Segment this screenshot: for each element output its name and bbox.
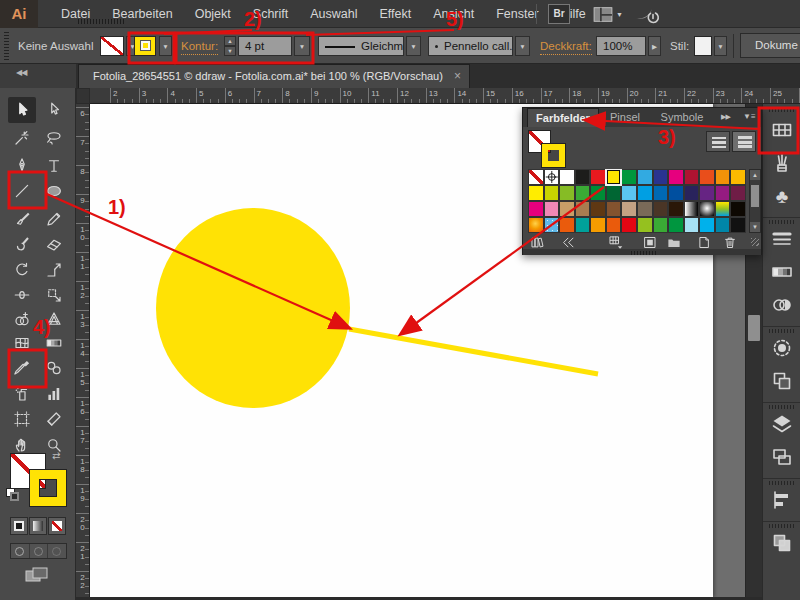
list-view-button[interactable] xyxy=(706,131,730,152)
swatch[interactable] xyxy=(590,201,606,217)
swatch[interactable] xyxy=(684,169,700,185)
grid-view-button[interactable] xyxy=(732,131,756,152)
swatch[interactable] xyxy=(590,217,606,233)
swatch[interactable] xyxy=(668,185,684,201)
color-themes-icon[interactable] xyxy=(559,235,577,250)
perspective-grid-tool[interactable] xyxy=(40,306,68,332)
type-tool[interactable] xyxy=(40,153,68,179)
dock-icon-graphic-styles-panel[interactable] xyxy=(770,369,794,393)
new-color-group-icon[interactable] xyxy=(665,235,683,250)
column-graph-tool[interactable] xyxy=(40,381,68,407)
swatch[interactable] xyxy=(699,169,715,185)
dock-icon-align-panel[interactable] xyxy=(770,488,794,512)
swap-fill-stroke-icon[interactable]: ⇄ xyxy=(52,450,60,461)
blend-tool[interactable] xyxy=(40,355,68,381)
swatch[interactable] xyxy=(559,201,575,217)
swatch[interactable] xyxy=(559,169,575,185)
blob-brush-tool[interactable] xyxy=(8,231,36,257)
menu-item-objekt[interactable]: Objekt xyxy=(184,0,242,28)
swatch[interactable] xyxy=(730,169,746,185)
swatch[interactable] xyxy=(699,185,715,201)
dock-group-gripper[interactable] xyxy=(769,405,795,409)
free-transform-tool[interactable] xyxy=(40,282,68,308)
default-fill-stroke-icon[interactable] xyxy=(6,488,20,502)
shape-builder-tool[interactable] xyxy=(8,306,36,332)
ellipse-tool[interactable] xyxy=(40,178,68,204)
swatch-none[interactable] xyxy=(528,169,544,185)
opacity-label[interactable]: Deckkraft: xyxy=(540,38,592,55)
style-dropdown[interactable]: ▼ xyxy=(714,36,727,56)
dock-icon-pathfinder-panel[interactable] xyxy=(770,531,794,555)
width-profile-dropdown[interactable]: ▼ xyxy=(406,36,421,56)
bridge-button[interactable]: Br xyxy=(548,4,570,24)
swatch[interactable] xyxy=(559,185,575,201)
gradient-tool[interactable] xyxy=(40,330,68,356)
swatch[interactable] xyxy=(730,217,746,233)
swatch[interactable] xyxy=(715,185,731,201)
swatch[interactable] xyxy=(653,169,669,185)
swatch-libraries-menu-icon[interactable] xyxy=(529,235,547,250)
panel-drag-gripper[interactable] xyxy=(631,251,657,255)
swatch[interactable] xyxy=(606,185,622,201)
dock-icon-symbols-panel[interactable]: ♣ xyxy=(770,184,794,208)
swatch[interactable] xyxy=(606,201,622,217)
panel-tab-symbole[interactable]: Symbole xyxy=(651,108,713,127)
stroke-weight-field[interactable]: 4 pt xyxy=(238,36,292,56)
swatch-options-icon[interactable] xyxy=(641,235,659,250)
swatch[interactable] xyxy=(528,201,544,217)
direct-selection-tool[interactable] xyxy=(40,97,68,123)
swatch[interactable] xyxy=(715,217,731,233)
swatch[interactable] xyxy=(684,217,700,233)
swatch-gradient-rainbow[interactable] xyxy=(715,201,731,217)
scroll-down-icon[interactable]: ▼ xyxy=(750,222,760,232)
swatch[interactable] xyxy=(699,217,715,233)
swatch[interactable] xyxy=(668,217,684,233)
swatch[interactable] xyxy=(621,169,637,185)
stroke-color-swatch[interactable] xyxy=(134,36,156,56)
swatch[interactable] xyxy=(637,201,653,217)
mesh-tool[interactable] xyxy=(8,330,36,356)
scroll-up-icon[interactable]: ▲ xyxy=(750,170,760,180)
swatch-pattern-dots[interactable] xyxy=(544,217,560,233)
magic-wand-tool[interactable] xyxy=(8,125,36,151)
dock-icon-brushes-panel[interactable] xyxy=(770,151,794,175)
dock-group-gripper[interactable] xyxy=(769,481,795,485)
dock-icon-transparency-panel[interactable] xyxy=(770,293,794,317)
opacity-arrow-button[interactable]: ▶ xyxy=(648,36,661,56)
stroke-color-dropdown[interactable]: ▼ xyxy=(159,36,172,56)
swatch[interactable] xyxy=(606,217,622,233)
dock-group-gripper[interactable] xyxy=(769,524,795,528)
swatch[interactable] xyxy=(715,169,731,185)
dock-icon-artboards-panel[interactable] xyxy=(770,445,794,469)
ruler-origin-corner[interactable] xyxy=(76,88,90,104)
swatch[interactable] xyxy=(637,169,653,185)
rotate-tool[interactable] xyxy=(8,257,36,283)
swatch-registration[interactable] xyxy=(544,169,560,185)
eyedropper-tool[interactable] xyxy=(8,355,36,381)
swatch-gradient-linear[interactable] xyxy=(684,201,700,217)
eraser-tool[interactable] xyxy=(40,231,68,257)
pencil-tool[interactable] xyxy=(40,206,68,232)
dock-group-gripper[interactable] xyxy=(769,329,795,333)
panel-resize-gripper[interactable] xyxy=(751,238,759,246)
swatch[interactable] xyxy=(606,169,622,185)
swatch-gradient-orange[interactable] xyxy=(528,217,544,233)
draw-normal-button[interactable] xyxy=(11,544,30,558)
swatch[interactable] xyxy=(621,185,637,201)
gradient-mode-button[interactable] xyxy=(29,517,47,535)
panel-tab-farbfelder[interactable]: Farbfelder xyxy=(527,108,599,127)
delete-swatch-icon[interactable] xyxy=(721,235,739,250)
swatch[interactable] xyxy=(621,201,637,217)
swatch[interactable] xyxy=(544,201,560,217)
panel-stroke-indicator[interactable] xyxy=(542,144,565,167)
dock-icon-layers-panel[interactable] xyxy=(770,412,794,436)
swatch-gradient-radial[interactable] xyxy=(699,201,715,217)
swatch[interactable] xyxy=(590,169,606,185)
stroke-weight-dropdown[interactable]: ▼ xyxy=(294,36,310,56)
new-swatch-icon[interactable] xyxy=(695,235,713,250)
swatch[interactable] xyxy=(621,217,637,233)
dock-icon-gradient-panel[interactable] xyxy=(770,260,794,284)
swatch[interactable] xyxy=(730,201,746,217)
brush-definition-field[interactable]: Pennello call... xyxy=(428,36,513,56)
fill-color-swatch[interactable] xyxy=(100,36,124,56)
